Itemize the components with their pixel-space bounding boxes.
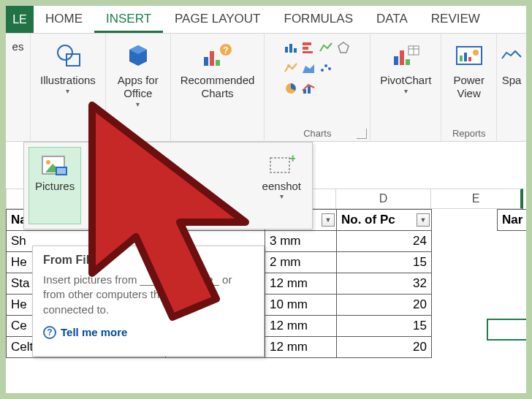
svg-point-36	[46, 160, 50, 164]
svg-rect-4	[204, 57, 208, 66]
recommended-charts-button[interactable]: ? Recommended Charts	[175, 37, 260, 104]
svg-rect-5	[210, 51, 214, 66]
line-chart-icon[interactable]	[283, 60, 299, 76]
online-pictures-icon	[93, 151, 122, 178]
column-header-e[interactable]: E	[431, 189, 523, 209]
tooltip-body: Insert pictures from ___ur compute_ or f…	[43, 273, 254, 317]
ribbon-tabs: LE HOME INSERT PAGE LAYOUT FORMULAS DATA…	[6, 6, 526, 34]
svg-rect-14	[303, 51, 313, 53]
reports-group-label: Reports	[452, 128, 486, 140]
pivotchart-button[interactable]: PivotChart ▾	[375, 37, 436, 99]
ribbon: es Illustrations ▾ App	[6, 34, 526, 142]
svg-point-0	[58, 45, 72, 60]
column-header-d[interactable]: D	[336, 189, 431, 209]
svg-rect-23	[308, 86, 311, 94]
pictures-icon	[40, 151, 69, 178]
svg-point-18	[321, 69, 324, 72]
svg-rect-24	[394, 56, 398, 65]
svg-point-34	[473, 50, 479, 56]
bar-chart-question-icon: ?	[202, 40, 233, 71]
svg-rect-6	[216, 60, 220, 66]
right-table-header: Nar	[497, 209, 526, 231]
svg-text:?: ?	[223, 45, 228, 56]
combo-chart-icon[interactable]	[300, 80, 316, 96]
tab-page-layout[interactable]: PAGE LAYOUT	[163, 6, 272, 33]
file-tab[interactable]: LE	[6, 6, 34, 33]
svg-rect-11	[294, 48, 297, 53]
header-pc: No. of Pc▼	[337, 210, 432, 231]
tab-review[interactable]: REVIEW	[419, 6, 492, 33]
charts-dialog-launcher[interactable]	[357, 129, 367, 139]
svg-point-20	[328, 67, 331, 70]
tables-button[interactable]: es	[7, 37, 29, 57]
svg-marker-17	[303, 64, 314, 73]
help-icon: ?	[43, 326, 56, 339]
tooltip: From File Insert pictures from ___ur com…	[32, 246, 265, 357]
tab-data[interactable]: DATA	[365, 6, 419, 33]
svg-rect-26	[406, 59, 410, 65]
pie-chart-icon[interactable]	[283, 80, 299, 96]
bar-chart-icon[interactable]	[300, 39, 316, 56]
online-pictures-button[interactable]: Online Pictures	[81, 147, 134, 224]
tooltip-title: From File	[43, 254, 254, 267]
tab-insert[interactable]: INSERT	[94, 6, 163, 33]
screenshot-button[interactable]: + eenshot ▾	[256, 147, 308, 224]
filter-button-size[interactable]: ▼	[322, 213, 335, 227]
filter-button-pc[interactable]: ▼	[417, 213, 430, 227]
power-view-button[interactable]: Power View	[448, 37, 490, 104]
svg-rect-43	[270, 158, 289, 172]
power-view-icon	[454, 40, 484, 71]
svg-point-19	[324, 64, 327, 67]
apps-for-office-button[interactable]: Apps for Office ▾	[113, 37, 164, 113]
scatter-chart-icon[interactable]	[318, 60, 334, 76]
svg-marker-15	[338, 42, 349, 53]
screenshot-icon: +	[267, 151, 296, 178]
tab-formulas[interactable]: FORMULAS	[273, 6, 365, 33]
caret-icon: ▾	[66, 87, 69, 96]
radar-chart-icon[interactable]	[335, 39, 352, 56]
pictures-button[interactable]: Pictures	[28, 147, 81, 224]
svg-text:+: +	[289, 152, 295, 164]
shapes-icon	[53, 40, 83, 71]
svg-rect-33	[468, 57, 471, 61]
sparkline-icon	[496, 40, 526, 71]
tell-me-more-link[interactable]: ? Tell me more	[43, 326, 254, 339]
svg-point-16	[287, 64, 290, 67]
svg-rect-39	[57, 168, 66, 174]
illustrations-button[interactable]: Illustrations ▾	[35, 37, 101, 99]
pivotchart-icon	[390, 40, 421, 71]
svg-rect-25	[400, 50, 404, 65]
active-cell[interactable]	[487, 319, 526, 341]
svg-rect-31	[460, 56, 463, 61]
area-chart-icon[interactable]	[300, 60, 316, 76]
svg-rect-12	[303, 42, 311, 45]
svg-rect-1	[66, 54, 80, 66]
tab-home[interactable]: HOME	[34, 6, 94, 33]
charts-group-label: Charts	[303, 128, 331, 140]
illustrations-dropdown: Pictures Online Pictures + eenshot ▾	[23, 142, 313, 229]
svg-rect-9	[285, 47, 288, 53]
svg-rect-13	[303, 47, 308, 50]
apps-icon	[123, 40, 153, 71]
stock-chart-icon[interactable]	[318, 39, 334, 56]
column-chart-icon[interactable]	[283, 39, 299, 56]
svg-rect-10	[289, 44, 292, 53]
svg-rect-32	[464, 53, 467, 61]
